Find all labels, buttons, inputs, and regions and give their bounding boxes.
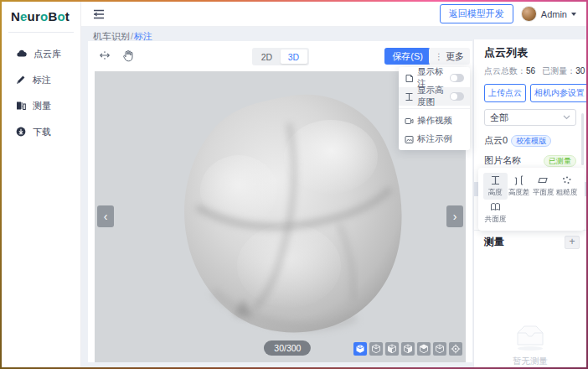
menu-item-tutorial-video[interactable]: 操作视频: [399, 112, 470, 130]
add-measurement-button[interactable]: +: [565, 236, 580, 249]
menu-item-show-heightmap[interactable]: 显示高度图: [399, 87, 470, 106]
viewer-card: 2D 3D 保存(S) ⋮ 更多 显示标注: [88, 41, 472, 362]
total-stat: 点云总数：56: [484, 65, 535, 77]
list-scrollbar[interactable]: [581, 113, 584, 165]
menu-item-label: 显示高度图: [417, 85, 446, 108]
calibration-template-tag: 校准模版: [511, 135, 551, 147]
tool-flatness[interactable]: 平面度: [531, 173, 555, 200]
measured-label: 已测量：: [542, 66, 575, 75]
tool-label: 共面度: [484, 214, 506, 224]
breadcrumb-separator: /: [131, 31, 133, 41]
measured-value: 30: [575, 66, 585, 75]
group-name: 点云0: [484, 134, 508, 147]
logo-letter: B: [48, 9, 57, 23]
view-cube-left-icon[interactable]: [385, 342, 399, 356]
divider: [8, 32, 74, 33]
user-name: Admin: [541, 9, 567, 19]
next-image-button[interactable]: ›: [446, 205, 463, 227]
move-icon[interactable]: [98, 49, 111, 62]
tool-label: 平面度: [532, 187, 554, 197]
empty-box-icon: [511, 321, 549, 351]
content-area: 机车识别/标注 2D 3D 保存(S) ⋮: [81, 27, 586, 367]
pen-icon: [16, 75, 26, 86]
sidebar-item-measure[interactable]: 测量: [2, 93, 80, 119]
chevron-right-icon: ›: [453, 210, 457, 223]
tool-label: 粗糙度: [556, 187, 578, 197]
sidebar-item-label: 测量: [33, 100, 51, 112]
measure-section-header: 测量 +: [484, 235, 580, 249]
filter-select[interactable]: 全部: [484, 109, 576, 126]
view-2d-button[interactable]: 2D: [254, 49, 281, 64]
show-heightmap-toggle[interactable]: [450, 92, 464, 101]
bookmark-icon: [405, 74, 414, 83]
viewer-tool-icons: [98, 49, 134, 62]
top-header: 返回模型开发 Admin: [81, 2, 586, 27]
height-icon: [490, 175, 501, 185]
measure-title: 测量: [484, 235, 504, 249]
divider: [399, 108, 470, 109]
neurobot-app: NeuroBot 点云库 标注 测量 下载 返回模型开发 Admin: [2, 2, 586, 367]
video-icon: [405, 117, 414, 126]
cloud-icon: [16, 49, 27, 60]
filter-value: 全部: [490, 112, 508, 124]
sidebar-item-download[interactable]: 下载: [2, 119, 80, 145]
more-button[interactable]: ⋮ 更多: [429, 48, 470, 65]
chevron-down-icon: [571, 13, 576, 16]
height-gauge-icon: [405, 92, 414, 101]
view-cube-back-icon[interactable]: [417, 342, 431, 356]
tool-roughness[interactable]: 粗糙度: [555, 173, 580, 200]
view-mode-switch: 2D 3D: [252, 48, 309, 65]
camera-intrinsics-button[interactable]: 相机内参设置: [530, 84, 586, 102]
chevron-left-icon: ‹: [104, 210, 108, 223]
logo-letter: ur: [28, 9, 40, 23]
view-cube-top-icon[interactable]: [369, 342, 383, 356]
tool-height[interactable]: 高度: [483, 173, 508, 200]
total-label: 点云总数：: [484, 66, 526, 75]
prev-image-button[interactable]: ‹: [97, 205, 114, 227]
menu-collapse-icon[interactable]: [93, 9, 105, 19]
menu-item-annotation-example[interactable]: 标注示例: [399, 130, 470, 148]
back-to-model-dev-button[interactable]: 返回模型开发: [440, 4, 513, 23]
roughness-icon: [561, 175, 572, 185]
menu-item-label: 操作视频: [417, 115, 464, 127]
user-menu[interactable]: Admin: [521, 6, 576, 22]
hand-pan-icon[interactable]: [122, 49, 134, 62]
breadcrumb-parent[interactable]: 机车识别: [93, 31, 130, 41]
download-icon: [16, 127, 26, 138]
menu-item-label: 标注示例: [417, 133, 464, 145]
breadcrumb-current: 标注: [134, 31, 152, 41]
upload-pointcloud-button[interactable]: 上传点云: [484, 84, 526, 102]
view-cube-right-icon[interactable]: [401, 342, 415, 356]
viewer-toolbar: 2D 3D 保存(S) ⋮ 更多 显示标注: [88, 41, 472, 71]
tool-label: 高度: [488, 187, 503, 197]
sidebar-item-label: 标注: [33, 74, 51, 86]
logo-gear-letter: o: [40, 9, 48, 23]
view-3d-button[interactable]: 3D: [281, 49, 307, 64]
measured-badge: 已测量: [544, 155, 576, 167]
panel-buttons: 上传点云 相机内参设置: [484, 84, 576, 102]
pointcloud-group-row[interactable]: 点云0 校准模版: [484, 134, 576, 147]
view-cube-front-icon[interactable]: [353, 342, 367, 356]
reset-view-target-icon[interactable]: [449, 342, 462, 356]
image-counter: 30/300: [264, 340, 311, 356]
view-orientation-buttons: [353, 342, 462, 356]
image-row[interactable]: 图片名称 已测量: [484, 153, 576, 168]
view-cube-bottom-icon[interactable]: [433, 342, 446, 356]
tool-label: 高度差: [508, 187, 530, 197]
sidebar-item-pointcloud-library[interactable]: 点云库: [2, 41, 80, 67]
tool-height-difference[interactable]: 高度差: [508, 173, 532, 200]
empty-state: 暂无测量: [474, 321, 586, 367]
more-dropdown-menu: 显示标注 显示高度图 操作视频 标注示例: [399, 67, 470, 150]
tooth-mesh-render: [162, 88, 421, 340]
coplanarity-icon: [490, 202, 501, 212]
save-button[interactable]: 保存(S): [384, 48, 431, 65]
measured-stat: 已测量：30: [542, 65, 585, 77]
panel-title: 点云列表: [484, 45, 576, 60]
tool-coplanarity[interactable]: 共面度: [483, 200, 508, 226]
sidebar-item-annotate[interactable]: 标注: [2, 67, 80, 93]
pointcloud-panel: 点云列表 点云总数：56 已测量：30 上传点云 相机内参设置 全部 点云0 校…: [473, 39, 586, 367]
show-annotations-toggle[interactable]: [450, 74, 464, 82]
flatness-icon: [537, 175, 549, 185]
logo-letter: t: [65, 9, 70, 23]
chevron-down-icon: [563, 115, 570, 120]
